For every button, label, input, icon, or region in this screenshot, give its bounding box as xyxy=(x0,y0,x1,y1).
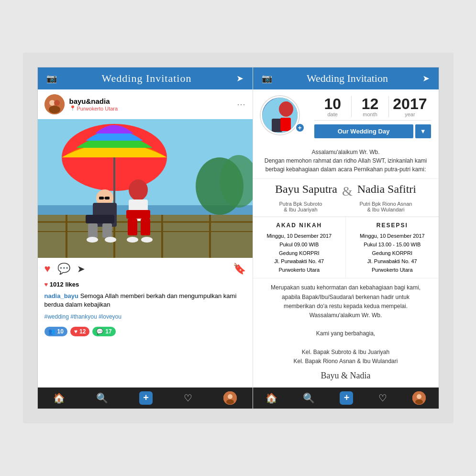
camera-icon-right: 📷 xyxy=(262,73,272,84)
closing-section: Merupakan suatu kehormatan dan kebahagia… xyxy=(253,278,439,387)
date-num-month: 12 xyxy=(355,96,385,111)
dropdown-button[interactable]: ▼ xyxy=(415,124,431,138)
names-section: Bayu Saputra & Nadia Safitri Putra Bpk S… xyxy=(253,179,439,217)
date-numbers: 10 date 12 month 2017 year Our xyxy=(314,96,431,138)
svg-point-42 xyxy=(279,101,293,117)
date-row: 10 date 12 month 2017 year xyxy=(314,96,431,121)
right-header-bar: 📷 Wedding Invitation ➤ xyxy=(253,67,439,89)
svg-point-2 xyxy=(54,100,60,106)
wedding-day-row: Our Wedding Day ▼ xyxy=(314,124,431,138)
akad-day: Minggu, 10 Desember 2017 xyxy=(259,232,340,241)
greeting-section: Assalamu'alaikum Wr. Wb.Dengan memohon r… xyxy=(253,143,439,179)
left-card: 📷 Wedding Invitation ➤ bayu& xyxy=(38,67,253,409)
right-card: 📷 Wedding Invitation ➤ xyxy=(253,67,439,409)
nav-search-left[interactable]: 🔍 xyxy=(96,392,108,404)
left-header-bar: 📷 Wedding Invitation ➤ xyxy=(38,67,253,89)
comments-count: 17 xyxy=(105,328,111,335)
likes-count: 1012 likes xyxy=(50,281,79,288)
date-label-day: date xyxy=(318,111,347,117)
profile-text: bayu&nadia 📍 Purwokerto Utara xyxy=(69,97,118,111)
svg-rect-27 xyxy=(141,219,150,235)
date-num-day: 10 xyxy=(318,96,347,111)
svg-point-23 xyxy=(129,179,148,200)
svg-point-46 xyxy=(415,399,423,404)
nav-add-right[interactable]: + xyxy=(340,391,353,405)
followers-badge: 👥 10 xyxy=(44,327,67,336)
comments-icon: 💬 xyxy=(96,328,103,335)
svg-point-36 xyxy=(228,394,232,399)
camera-icon-left: 📷 xyxy=(46,73,57,84)
cards-row: 📷 Wedding Invitation ➤ bayu& xyxy=(37,67,439,409)
nav-heart-right[interactable]: ♡ xyxy=(378,392,387,404)
nav-avatar-left[interactable] xyxy=(223,391,237,405)
svg-point-3 xyxy=(49,106,60,113)
event-section: AKAD NIKAH Minggu, 10 Desember 2017 Puku… xyxy=(253,217,439,278)
followers-count: 10 xyxy=(57,328,64,335)
date-day: 10 date xyxy=(314,96,352,117)
nav-home-left[interactable]: 🏠 xyxy=(53,392,65,404)
resepsi-venue: Gedung KORPRI xyxy=(352,249,433,258)
like-button[interactable]: ♥ xyxy=(44,263,51,275)
nav-avatar-right[interactable] xyxy=(412,391,426,405)
svg-rect-43 xyxy=(280,118,291,131)
date-num-year: 2017 xyxy=(393,96,427,111)
date-month: 12 month xyxy=(352,96,389,117)
svg-point-29 xyxy=(105,237,116,243)
action-row: ♥ 💬 ➤ 🔖 xyxy=(38,258,253,280)
stats-badges: 👥 10 ♥ 12 💬 17 xyxy=(38,323,253,341)
date-section: + 10 date 12 month 2017 xyxy=(253,89,439,143)
right-bottom-nav: 🏠 🔍 + ♡ xyxy=(253,387,439,409)
closing-signature: Bayu & Nadia xyxy=(261,369,431,383)
resepsi-title: RESEPSI xyxy=(352,221,433,230)
akad-title: AKAD NIKAH xyxy=(259,221,340,230)
caption-row: nadia_bayu Semoga Allah memberi berkah d… xyxy=(38,291,253,311)
profile-info: bayu&nadia 📍 Purwokerto Utara xyxy=(44,94,118,114)
groom-name: Bayu Saputra xyxy=(275,183,337,196)
add-badge[interactable]: + xyxy=(295,123,305,133)
caption-username[interactable]: nadia_bayu xyxy=(44,292,79,299)
bride-name: Nadia Safitri xyxy=(357,183,416,196)
action-left: ♥ 💬 ➤ xyxy=(44,263,85,275)
wedding-day-button[interactable]: Our Wedding Day xyxy=(314,124,413,138)
heart-filled-icon: ♥ xyxy=(44,281,48,288)
hearts-icon: ♥ xyxy=(74,328,77,335)
nav-search-right[interactable]: 🔍 xyxy=(303,392,315,404)
outer-frame: 📷 Wedding Invitation ➤ bayu& xyxy=(23,53,454,423)
groom-parents: Putra Bpk Subroto & Ibu Juariyah xyxy=(279,201,322,212)
date-label-month: month xyxy=(355,111,385,117)
ampersand-symbol: & xyxy=(342,184,353,199)
followers-icon: 👥 xyxy=(48,328,55,335)
names-row: Bayu Saputra & Nadia Safitri xyxy=(261,183,431,199)
photo-container xyxy=(38,119,253,258)
more-options-button[interactable]: ⋯ xyxy=(237,99,246,110)
share-button[interactable]: ➤ xyxy=(77,263,85,275)
profile-location: 📍 Purwokerto Utara xyxy=(69,105,118,111)
svg-rect-25 xyxy=(126,210,150,219)
avatar-left xyxy=(44,94,65,114)
svg-rect-33 xyxy=(105,197,110,199)
hashtags-row: #wedding #thankyou #loveyou xyxy=(38,311,253,323)
right-header-title: Wedding Invitation xyxy=(307,72,388,85)
hearts-count: 12 xyxy=(79,328,86,335)
resepsi-day: Minggu, 10 Desember 2017 xyxy=(352,232,433,241)
send-icon-right: ➤ xyxy=(422,73,430,84)
likes-row: ♥ 1012 likes xyxy=(38,280,253,291)
akad-address: Jl. Purwabakti No. 47 xyxy=(259,257,340,266)
akad-city: Purwokerto Utara xyxy=(259,266,340,275)
nav-home-right[interactable]: 🏠 xyxy=(266,392,277,404)
couple-photo xyxy=(38,119,253,258)
akad-venue: Gedung KORPRI xyxy=(259,249,340,258)
bookmark-button[interactable]: 🔖 xyxy=(233,263,246,275)
svg-point-28 xyxy=(87,237,98,243)
akad-time: Pukul 09.00 WIB xyxy=(259,241,340,249)
couple-avatar-container: + xyxy=(261,96,307,134)
nav-add-left[interactable]: + xyxy=(139,391,153,405)
profile-row: bayu&nadia 📍 Purwokerto Utara ⋯ xyxy=(38,89,253,119)
bride-parents-line2: & Ibu Wulandari xyxy=(359,207,412,212)
nav-heart-left[interactable]: ♡ xyxy=(184,392,192,404)
comment-button[interactable]: 💬 xyxy=(57,263,70,275)
comments-badge: 💬 17 xyxy=(92,327,115,336)
closing-greeting: Kami yang berbahagia, xyxy=(261,329,431,338)
resepsi-time: Pukul 13.00 - 15.00 WIB xyxy=(352,241,433,249)
svg-point-30 xyxy=(127,237,138,243)
